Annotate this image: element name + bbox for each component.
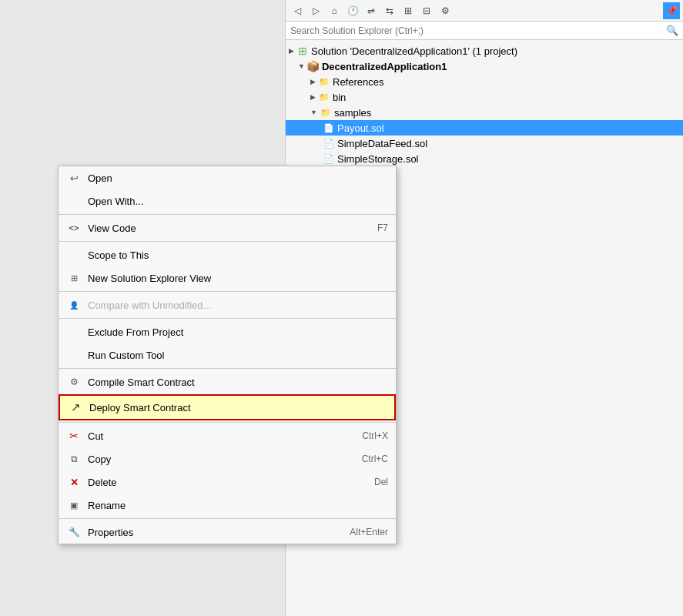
cm-new-se-label: New Solution Explorer View — [88, 273, 388, 284]
bin-arrow: ▶ — [310, 93, 316, 101]
simpledatafeed-icon: 📄 — [323, 137, 335, 149]
cm-run-custom-label: Run Custom Tool — [88, 350, 388, 361]
forward-button[interactable]: ▷ — [307, 2, 324, 19]
cm-copy-shortcut: Ctrl+C — [362, 454, 388, 464]
cm-cut[interactable]: ✂ Cut Ctrl+X — [59, 424, 396, 447]
simpledatafeed-label: SimpleDataFeed.sol — [337, 138, 427, 149]
simplestorage-icon: 📄 — [323, 152, 335, 165]
cm-delete-shortcut: Del — [374, 477, 388, 487]
pin-button[interactable]: 📌 — [663, 2, 680, 19]
context-menu: ↩ Open Open With... <> View Code F7 Scop… — [58, 166, 397, 544]
samples-icon: 📁 — [320, 106, 332, 119]
compare-icon: 👤 — [66, 297, 82, 313]
tree-item-references[interactable]: ▶ 📁 References — [286, 74, 683, 89]
cm-scope-label: Scope to This — [88, 249, 388, 261]
cm-run-custom-tool[interactable]: Run Custom Tool — [59, 343, 396, 367]
cm-compare-unmodified: 👤 Compare with Unmodified... — [59, 293, 396, 316]
back-button[interactable]: ◁ — [289, 2, 306, 19]
tree-item-solution[interactable]: ▶ ⊞ Solution 'DecentralizedApplication1'… — [286, 43, 683, 59]
run-custom-icon — [66, 347, 82, 363]
separator-2 — [59, 241, 396, 242]
cm-scope-to-this[interactable]: Scope to This — [59, 243, 396, 266]
cm-properties[interactable]: 🔧 Properties Alt+Enter — [59, 521, 396, 544]
copy-icon: ⧉ — [66, 451, 82, 467]
open-with-icon — [66, 193, 82, 209]
settings-button[interactable]: ⚙ — [437, 2, 454, 19]
open-icon: ↩ — [66, 170, 82, 186]
cm-new-solution-explorer[interactable]: ⊞ New Solution Explorer View — [59, 266, 396, 290]
cm-view-code-label: View Code — [88, 223, 371, 234]
cm-exclude-from-project[interactable]: Exclude From Project — [59, 320, 396, 343]
delete-icon: ✕ — [66, 474, 82, 490]
cm-exclude-label: Exclude From Project — [88, 326, 388, 338]
samples-arrow: ▼ — [310, 109, 317, 116]
exclude-icon — [66, 324, 82, 340]
simplestorage-label: SimpleStorage.sol — [337, 153, 419, 165]
cm-compile-label: Compile Smart Contract — [88, 377, 388, 388]
cm-delete[interactable]: ✕ Delete Del — [59, 470, 396, 494]
new-se-icon: ⊞ — [66, 270, 82, 286]
cm-properties-label: Properties — [88, 527, 343, 538]
cm-delete-label: Delete — [88, 477, 368, 488]
tree-item-payout[interactable]: 📄 Payout.sol — [286, 120, 683, 136]
search-icon: 🔍 — [666, 25, 678, 36]
tree-item-simpledatafeed[interactable]: 📄 SimpleDataFeed.sol — [286, 136, 683, 151]
cm-open-with-label: Open With... — [88, 196, 388, 207]
cm-copy-label: Copy — [88, 454, 356, 465]
search-input[interactable] — [290, 25, 663, 36]
refs-arrow: ▶ — [310, 78, 316, 85]
cm-view-code-shortcut: F7 — [377, 223, 388, 233]
se-toolbar: ◁ ▷ ⌂ 🕐 ⇌ ⇆ ⊞ ⊟ ⚙ 📌 — [286, 0, 683, 22]
payout-icon: 📄 — [323, 122, 335, 134]
home-button[interactable]: ⌂ — [326, 2, 343, 19]
separator-7 — [59, 518, 396, 519]
cm-deploy-label: Deploy Smart Contract — [89, 402, 387, 413]
project-icon: 📦 — [307, 60, 320, 72]
cm-rename-label: Rename — [88, 500, 388, 511]
tree-item-project[interactable]: ▼ 📦 DecentralizedApplication1 — [286, 59, 683, 74]
samples-label: samples — [334, 107, 371, 119]
cm-compile-smart-contract[interactable]: ⚙ Compile Smart Contract — [59, 370, 396, 393]
bin-label: bin — [333, 92, 346, 103]
tree-item-bin[interactable]: ▶ 📁 bin — [286, 89, 683, 105]
tree-item-samples[interactable]: ▼ 📁 samples — [286, 105, 683, 120]
build1-button[interactable]: ⊞ — [400, 2, 417, 19]
cm-rename[interactable]: ▣ Rename — [59, 494, 396, 517]
cut-icon: ✂ — [66, 428, 82, 444]
references-label: References — [333, 76, 383, 88]
sync-button[interactable]: ⇌ — [363, 2, 380, 19]
separator-3 — [59, 291, 396, 292]
compile-icon: ⚙ — [66, 374, 82, 390]
cm-copy[interactable]: ⧉ Copy Ctrl+C — [59, 447, 396, 470]
separator-4 — [59, 318, 396, 319]
cm-open-label: Open — [88, 172, 388, 184]
separator-5 — [59, 368, 396, 369]
cm-deploy-smart-contract[interactable]: ↗ Deploy Smart Contract — [59, 394, 396, 420]
solution-arrow: ▶ — [289, 47, 294, 55]
view-code-icon: <> — [66, 220, 82, 236]
separator-1 — [59, 214, 396, 215]
separator-6 — [59, 422, 396, 423]
project-arrow: ▼ — [298, 62, 305, 70]
payout-label: Payout.sol — [337, 122, 384, 134]
tree-item-simplestorage[interactable]: 📄 SimpleStorage.sol — [286, 151, 683, 166]
cm-compare-label: Compare with Unmodified... — [88, 300, 388, 311]
build2-button[interactable]: ⊟ — [418, 2, 435, 19]
cm-open[interactable]: ↩ Open — [59, 166, 396, 189]
deploy-icon: ↗ — [68, 400, 83, 415]
cm-open-with[interactable]: Open With... — [59, 189, 396, 213]
bin-icon: 📁 — [318, 91, 330, 103]
scope-icon — [66, 247, 82, 263]
cm-view-code[interactable]: <> View Code F7 — [59, 216, 396, 239]
solution-label: Solution 'DecentralizedApplication1' (1 … — [311, 45, 517, 57]
clock-button[interactable]: 🕐 — [344, 2, 361, 19]
rename-icon: ▣ — [66, 497, 82, 513]
se-search-bar: 🔍 — [286, 22, 683, 40]
properties-icon: 🔧 — [66, 524, 82, 540]
sync2-button[interactable]: ⇆ — [381, 2, 398, 19]
cm-properties-shortcut: Alt+Enter — [350, 527, 388, 537]
solution-icon: ⊞ — [296, 45, 309, 57]
project-label: DecentralizedApplication1 — [322, 61, 447, 72]
references-icon: 📁 — [318, 75, 330, 88]
cm-cut-label: Cut — [88, 430, 356, 442]
